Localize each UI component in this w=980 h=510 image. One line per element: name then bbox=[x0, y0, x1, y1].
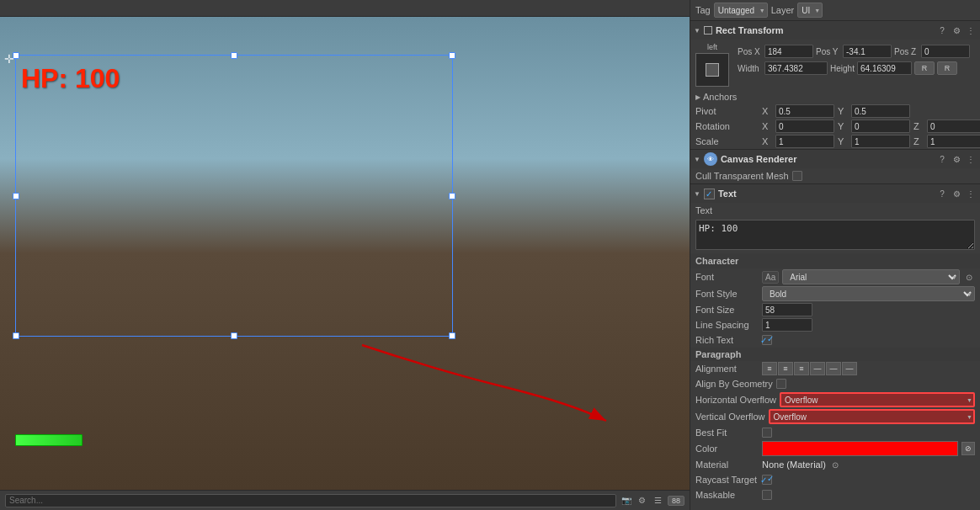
rot-z-input[interactable] bbox=[927, 120, 980, 133]
cr-settings-icon[interactable]: ⚙ bbox=[951, 153, 962, 165]
left-label: left bbox=[707, 43, 717, 51]
material-picker-icon[interactable]: ⊙ bbox=[829, 459, 841, 470]
align-bottom-btn[interactable]: — bbox=[842, 362, 857, 375]
text-menu-icon[interactable]: ⋮ bbox=[965, 188, 977, 199]
font-dropdown[interactable]: Arial bbox=[782, 269, 960, 284]
scene-panel[interactable]: ✛ HP: 100 📷 ⚙ ☰ 88 bbox=[0, 0, 690, 510]
rich-text-checkbox[interactable]: ✓ bbox=[762, 335, 772, 345]
camera-icon[interactable]: 📷 bbox=[620, 494, 633, 507]
v-overflow-select[interactable]: Overflow bbox=[769, 409, 975, 424]
hp-text: HP: 100 bbox=[21, 63, 120, 94]
green-bar bbox=[15, 434, 83, 446]
cull-label: Cull Transparent Mesh bbox=[695, 171, 789, 181]
r-button[interactable]: R bbox=[914, 61, 935, 75]
handle-bl[interactable] bbox=[13, 332, 19, 339]
rot-x-input[interactable] bbox=[775, 120, 834, 133]
align-top-btn[interactable]: — bbox=[810, 362, 825, 375]
h-overflow-dropdown-wrapper[interactable]: Overflow bbox=[780, 392, 975, 407]
best-fit-checkbox[interactable] bbox=[762, 428, 772, 438]
rect-fields: Pos X Pos Y Pos Z Width bbox=[732, 43, 975, 77]
font-size-row: Font Size bbox=[690, 302, 980, 317]
layers-icon[interactable]: ☰ bbox=[652, 494, 665, 507]
anchors-header[interactable]: ▶ Anchors bbox=[695, 90, 975, 104]
text-collapse-icon[interactable]: ▼ bbox=[694, 190, 700, 198]
font-dropdown-wrapper[interactable]: Arial bbox=[782, 269, 960, 284]
height-input[interactable] bbox=[857, 61, 912, 75]
text-enable-checkbox[interactable]: ✓ bbox=[704, 189, 715, 199]
tag-label: Tag bbox=[695, 5, 711, 15]
cull-row: Cull Transparent Mesh bbox=[690, 168, 980, 183]
pivot-x-input[interactable] bbox=[775, 104, 834, 118]
font-row: Font Aa Arial ⊙ bbox=[690, 268, 980, 285]
help-icon[interactable]: ? bbox=[936, 24, 948, 36]
text-field-label: Text bbox=[695, 205, 759, 215]
settings-icon[interactable]: ⚙ bbox=[951, 24, 962, 36]
font-picker-icon[interactable]: ⊙ bbox=[963, 271, 975, 283]
cr-collapse-icon[interactable]: ▼ bbox=[694, 156, 700, 163]
text-help-icon[interactable]: ? bbox=[936, 188, 948, 199]
line-spacing-row: Line Spacing bbox=[690, 317, 980, 332]
layer-dropdown-wrapper[interactable]: UI bbox=[797, 3, 823, 18]
cr-help-icon[interactable]: ? bbox=[936, 153, 948, 165]
font-label: Font bbox=[695, 272, 759, 282]
text-textarea[interactable]: HP: 100 bbox=[695, 220, 975, 250]
scale-x-label: X bbox=[762, 136, 772, 146]
align-center-btn[interactable]: ≡ bbox=[778, 362, 793, 375]
scale-y-input[interactable] bbox=[851, 135, 910, 148]
font-style-dropdown[interactable]: Bold bbox=[762, 286, 975, 301]
r2-button[interactable]: R bbox=[937, 61, 957, 75]
handle-bm[interactable] bbox=[231, 332, 237, 339]
handle-mr[interactable] bbox=[449, 193, 455, 199]
width-input[interactable] bbox=[764, 61, 828, 75]
raycast-label: Raycast Target bbox=[695, 475, 759, 485]
font-style-dropdown-wrapper[interactable]: Bold bbox=[762, 286, 975, 301]
scale-row: Scale X Y Z bbox=[690, 134, 980, 149]
color-picker[interactable] bbox=[762, 441, 958, 456]
pos-y-group: Pos Y bbox=[816, 45, 892, 58]
collapse-icon[interactable]: ▼ bbox=[694, 27, 700, 35]
raycast-checkbox[interactable]: ✓ bbox=[762, 475, 772, 485]
handle-tm[interactable] bbox=[231, 52, 237, 59]
handle-br[interactable] bbox=[449, 332, 455, 339]
font-size-input[interactable] bbox=[762, 303, 812, 316]
paragraph-label: Paragraph bbox=[690, 348, 980, 361]
gear-icon[interactable]: ⚙ bbox=[636, 494, 649, 507]
pos-y-input[interactable] bbox=[843, 45, 892, 58]
canvas-renderer-section: ▼ 👁 Canvas Renderer ? ⚙ ⋮ Cull Transpare… bbox=[690, 149, 980, 183]
maskable-checkbox[interactable] bbox=[762, 490, 772, 500]
scale-z-input[interactable] bbox=[927, 135, 980, 148]
align-by-geo-checkbox[interactable] bbox=[776, 379, 786, 389]
pos-z-input[interactable] bbox=[921, 45, 970, 58]
handle-ml[interactable] bbox=[13, 193, 19, 199]
align-right-btn[interactable]: ≡ bbox=[794, 362, 809, 375]
text-component-header: ▼ ✓ Text ? ⚙ ⋮ bbox=[690, 184, 980, 203]
character-label: Character bbox=[690, 253, 980, 268]
align-left-btn[interactable]: ≡ bbox=[762, 362, 777, 375]
menu-icon[interactable]: ⋮ bbox=[965, 24, 977, 36]
align-by-geo-label: Align By Geometry bbox=[695, 379, 773, 389]
align-by-geo-row: Align By Geometry bbox=[690, 376, 980, 391]
rect-transform-header: ▼ Rect Transform ? ⚙ ⋮ bbox=[690, 21, 980, 40]
search-input[interactable] bbox=[5, 494, 616, 507]
v-overflow-dropdown-wrapper[interactable]: Overflow bbox=[769, 409, 975, 424]
h-overflow-select[interactable]: Overflow bbox=[780, 392, 975, 407]
pivot-y-input[interactable] bbox=[851, 104, 910, 118]
pos-x-input[interactable] bbox=[764, 45, 813, 58]
tag-dropdown[interactable]: Untagged bbox=[714, 3, 768, 18]
layer-dropdown[interactable]: UI bbox=[797, 3, 823, 18]
scale-x-input[interactable] bbox=[775, 135, 834, 148]
tag-dropdown-wrapper[interactable]: Untagged bbox=[714, 3, 768, 18]
cr-menu-icon[interactable]: ⋮ bbox=[965, 153, 977, 165]
line-spacing-input[interactable] bbox=[762, 318, 812, 332]
rot-y-input[interactable] bbox=[851, 120, 910, 133]
h-overflow-label: Horizontal Overflow bbox=[695, 395, 776, 405]
h-overflow-row: Horizontal Overflow Overflow bbox=[690, 391, 980, 408]
best-fit-label: Best Fit bbox=[695, 428, 759, 438]
cull-checkbox[interactable] bbox=[792, 171, 802, 181]
handle-tr[interactable] bbox=[449, 52, 455, 59]
text-settings-icon[interactable]: ⚙ bbox=[951, 188, 962, 199]
scene-bottom-bar: 📷 ⚙ ☰ 88 bbox=[0, 490, 690, 510]
color-eyedropper-icon[interactable]: ⊘ bbox=[961, 442, 975, 455]
pos-x-label: Pos X bbox=[738, 47, 763, 56]
align-middle-btn[interactable]: — bbox=[826, 362, 841, 375]
